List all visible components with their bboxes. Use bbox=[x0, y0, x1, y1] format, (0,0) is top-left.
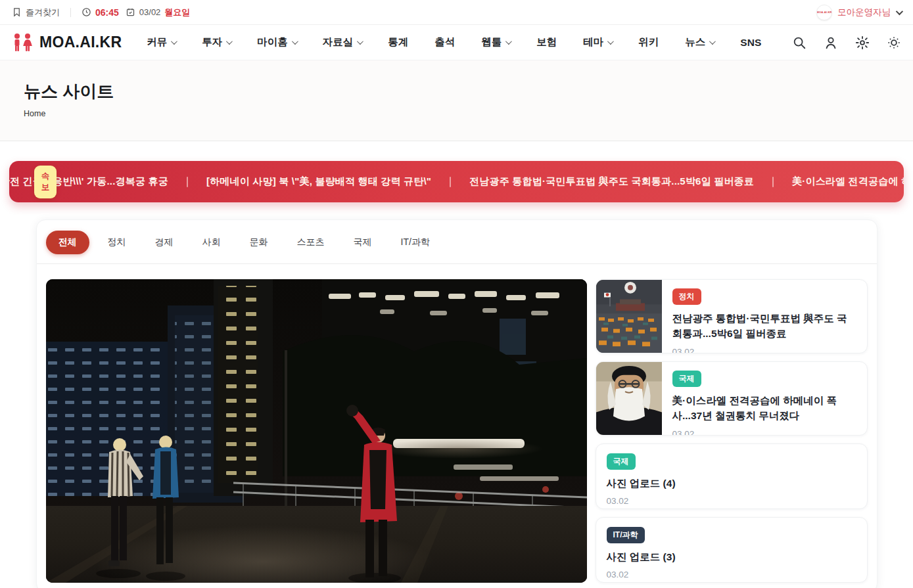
current-day: 월요일 bbox=[164, 7, 190, 18]
nav-item-archive[interactable]: 자료실 bbox=[323, 35, 362, 49]
ticker-separator bbox=[450, 177, 451, 187]
chevron-down-icon bbox=[171, 38, 177, 45]
tab-politics[interactable]: 정치 bbox=[97, 231, 137, 254]
chevron-down-icon bbox=[709, 38, 716, 45]
chevron-down-icon bbox=[505, 38, 512, 45]
news-content-card: 전체 정치 경제 사회 문화 스포츠 국제 IT/과학 bbox=[36, 219, 878, 588]
current-time: 06:45 bbox=[95, 7, 119, 18]
brand-text: MOA.AI.KR bbox=[39, 34, 122, 51]
nav-item-theme[interactable]: 테마 bbox=[583, 35, 612, 49]
ticker-item[interactable]: [하메네이 사망] 북 \"美, 불량배적 행태 강력 규탄\" bbox=[206, 175, 431, 188]
clock-readout: 06:45 bbox=[82, 7, 119, 18]
breadcrumb[interactable]: Home bbox=[24, 109, 889, 118]
search-icon[interactable] bbox=[792, 35, 807, 50]
nav-item-insurance[interactable]: 보험 bbox=[536, 35, 557, 49]
news-card-photo-upload-3[interactable]: IT/과학 사진 업로드 (3) 03.02 bbox=[596, 517, 868, 583]
people-logo-icon bbox=[12, 33, 34, 53]
news-title: 사진 업로드 (3) bbox=[607, 549, 676, 564]
chevron-down-icon bbox=[226, 38, 233, 45]
featured-article-image[interactable] bbox=[46, 279, 587, 583]
news-card-politics[interactable]: 정치 전남광주 통합법·국민투표법 與주도 국회통과...5박6일 필버종료 0… bbox=[596, 279, 868, 353]
tab-all[interactable]: 전체 bbox=[46, 231, 89, 254]
avatar: MOA.AI.KR bbox=[816, 5, 832, 20]
chevron-down-icon bbox=[292, 38, 298, 45]
chevron-down-icon bbox=[607, 38, 614, 45]
nav-item-news[interactable]: 뉴스 bbox=[685, 35, 714, 49]
date-readout: 03/02 월요일 bbox=[126, 7, 191, 18]
news-title: 전남광주 통합법·국민투표법 與주도 국회통과...5박6일 필버종료 bbox=[672, 311, 856, 342]
tab-world[interactable]: 국제 bbox=[343, 231, 383, 254]
category-badge: 국제 bbox=[607, 453, 636, 470]
favorites-label: 즐겨찾기 bbox=[26, 7, 60, 18]
top-utility-bar: 즐겨찾기 06:45 03/02 월요일 MOA.AI.KR 모아운영자님 bbox=[0, 0, 913, 25]
favorites-button[interactable]: 즐겨찾기 bbox=[12, 7, 60, 18]
news-date: 03.02 bbox=[672, 429, 695, 436]
nav-item-wiki[interactable]: 위키 bbox=[638, 35, 659, 49]
main-navbar: MOA.AI.KR 커뮤 투자 마이홈 자료실 통계 출석 웹툴 보험 테마 위… bbox=[0, 25, 913, 60]
bookmark-icon bbox=[12, 7, 22, 17]
category-badge: 정치 bbox=[672, 288, 701, 305]
khamenei-thumbnail bbox=[596, 362, 662, 435]
category-badge: IT/과학 bbox=[607, 527, 645, 543]
ticker-separator bbox=[772, 177, 774, 187]
news-card-world[interactable]: 국제 美·이스라엘 전격공습에 하메네이 폭사...37년 철권통치 무너졌다 … bbox=[596, 361, 868, 436]
topbar-divider bbox=[70, 8, 71, 17]
breaking-badge: 속보 bbox=[34, 166, 57, 198]
news-title: 美·이스라엘 전격공습에 하메네이 폭사...37년 철권통치 무너졌다 bbox=[672, 393, 856, 424]
clock-icon bbox=[82, 7, 91, 17]
page-title: 뉴스 사이트 bbox=[24, 80, 889, 103]
nav-menu: 커뮤 투자 마이홈 자료실 통계 출석 웹툴 보험 테마 위키 뉴스 SNS bbox=[147, 35, 761, 49]
ticker-separator bbox=[187, 177, 188, 187]
nav-item-sns[interactable]: SNS bbox=[740, 37, 761, 49]
user-icon[interactable] bbox=[824, 35, 838, 50]
tab-society[interactable]: 사회 bbox=[192, 231, 231, 254]
nav-item-stats[interactable]: 통계 bbox=[388, 35, 408, 49]
tab-economy[interactable]: 경제 bbox=[145, 231, 184, 254]
news-date: 03.02 bbox=[607, 570, 629, 579]
gear-icon[interactable] bbox=[855, 35, 870, 50]
chevron-down-icon bbox=[357, 38, 363, 45]
account-menu[interactable]: MOA.AI.KR 모아운영자님 bbox=[816, 5, 901, 20]
tab-it-science[interactable]: IT/과학 bbox=[390, 231, 440, 254]
current-date: 03/02 bbox=[139, 7, 161, 17]
page-header: 뉴스 사이트 Home bbox=[0, 60, 913, 141]
sidebar-news-list: 정치 전남광주 통합법·국민투표법 與주도 국회통과...5박6일 필버종료 0… bbox=[596, 279, 868, 583]
nav-item-webtools[interactable]: 웹툴 bbox=[481, 35, 510, 49]
news-card-photo-upload-4[interactable]: 국제 사진 업로드 (4) 03.02 bbox=[596, 443, 868, 509]
category-badge: 국제 bbox=[672, 371, 701, 387]
ticker-track: 안전 긴급대응반\\\' 가동...경복궁 휴궁 [하메네이 사망] 북 \"美… bbox=[9, 175, 904, 188]
nav-item-myhome[interactable]: 마이홈 bbox=[257, 35, 296, 49]
breaking-news-ticker[interactable]: 안전 긴급대응반\\\' 가동...경복궁 휴궁 [하메네이 사망] 북 \"美… bbox=[9, 161, 904, 202]
nav-item-invest[interactable]: 투자 bbox=[202, 35, 231, 49]
news-date: 03.02 bbox=[672, 347, 695, 354]
category-tabs: 전체 정치 경제 사회 문화 스포츠 국제 IT/과학 bbox=[46, 229, 868, 263]
brand-logo-link[interactable]: MOA.AI.KR bbox=[12, 33, 122, 53]
username: 모아운영자님 bbox=[837, 7, 891, 18]
nav-item-community[interactable]: 커뮤 bbox=[147, 35, 176, 49]
ticker-item[interactable]: 전남광주 통합법·국민투표법 與주도 국회통과...5박6일 필버종료 bbox=[469, 175, 754, 188]
night-street-scene bbox=[46, 279, 587, 583]
news-date: 03.02 bbox=[607, 496, 629, 506]
nav-item-attendance[interactable]: 출석 bbox=[434, 35, 455, 49]
ticker-item[interactable]: 美·이스라엘 전격공습에 하메네이 폭사...37년 철권통치 무너졌다 bbox=[792, 175, 904, 188]
tab-culture[interactable]: 문화 bbox=[239, 231, 279, 254]
ticker-item[interactable]: 안전 긴급대응반\\\' 가동...경복궁 휴궁 bbox=[9, 175, 168, 188]
tab-sports[interactable]: 스포츠 bbox=[287, 231, 335, 254]
chevron-down-icon bbox=[896, 7, 903, 14]
national-assembly-thumbnail bbox=[596, 280, 662, 353]
calendar-icon bbox=[126, 7, 135, 17]
news-title: 사진 업로드 (4) bbox=[607, 476, 676, 491]
theme-toggle-icon[interactable] bbox=[887, 35, 901, 50]
